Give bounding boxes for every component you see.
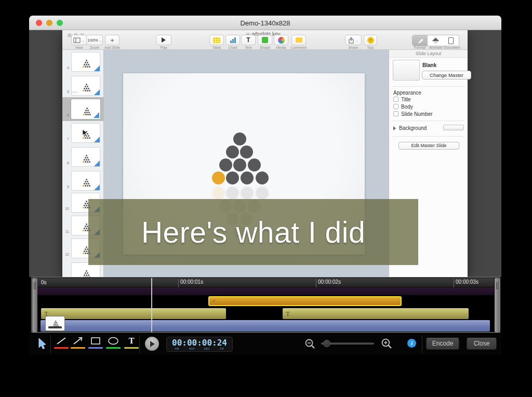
timeline-left-handle[interactable]: [32, 278, 37, 332]
text-clip-1[interactable]: T: [41, 308, 226, 319]
check-icon: ✓: [212, 298, 216, 303]
video-track-row: [37, 320, 494, 332]
disclosure-triangle-icon[interactable]: [393, 126, 396, 130]
divider: [139, 335, 140, 353]
timeline-zoom-knob[interactable]: [323, 340, 330, 347]
ellipse-tool[interactable]: [105, 336, 121, 352]
format-tab[interactable]: [412, 35, 428, 46]
title-checkbox[interactable]: [393, 97, 398, 102]
edit-master-slide-button[interactable]: Edit Master Slide: [398, 142, 459, 150]
slide-number: 11: [62, 230, 69, 233]
chevron-down-icon: ⌄: [99, 38, 102, 42]
body-checkbox[interactable]: [393, 104, 398, 109]
chevron-down-icon: ⌄: [82, 38, 84, 42]
slide-number: 5: [62, 90, 69, 94]
dots-pyramid-mini: [83, 230, 84, 231]
dots-pyramid[interactable]: [212, 171, 225, 184]
background-color-well[interactable]: [443, 125, 464, 130]
share-button[interactable]: ⌄: [345, 35, 362, 45]
timecode-fr-label: FR: [220, 347, 224, 350]
zoom-out-button[interactable]: [304, 338, 316, 350]
text-tool-icon: T: [129, 336, 135, 346]
zoom-level-button[interactable]: 100%⌄: [86, 35, 103, 45]
arrow-tool[interactable]: [70, 336, 86, 352]
caption-bar-mini: [48, 326, 62, 328]
comment-button[interactable]: [291, 35, 306, 45]
line-icon: [56, 336, 67, 346]
dots-pyramid-mini: [83, 185, 84, 187]
app-window: Demo-1340x828 Twhydots.key ⌄ ⌄ View 100%…: [29, 16, 501, 355]
add-slide-label: Add Slide: [101, 46, 124, 49]
grip-lines-icon: [34, 282, 34, 289]
window-titlebar[interactable]: Demo-1340x828: [29, 16, 501, 30]
slide-number: 10: [62, 207, 69, 210]
title-checkbox-label: Title: [401, 97, 411, 102]
slide-number-checkbox[interactable]: [393, 111, 398, 116]
document-tab[interactable]: [443, 35, 459, 46]
slide-number: 6: [62, 113, 69, 117]
play-button[interactable]: [156, 35, 171, 45]
transition-corner-icon: [94, 65, 100, 71]
keynote-toolbar: Twhydots.key ⌄ ⌄ View 100%⌄ Zoom + Add S…: [62, 30, 468, 50]
media-button[interactable]: [274, 35, 288, 45]
paintbrush-icon: [417, 37, 424, 44]
animate-tab[interactable]: [428, 35, 444, 46]
change-master-button[interactable]: Change Master: [422, 71, 471, 80]
timecode-sec-label: SEC: [204, 347, 210, 350]
preview-play-button[interactable]: [145, 337, 159, 351]
video-clip-thumbnail: [45, 316, 65, 331]
timeline-right-handle[interactable]: [495, 278, 500, 332]
slide-thumbnail-8[interactable]: [71, 147, 100, 167]
text-track: T T: [37, 308, 494, 320]
timeline-ruler[interactable]: 0s 00:00:01s 00:00:02s 00:00:03s: [37, 278, 494, 287]
caption-overlay[interactable]: Here's what I did: [88, 199, 418, 265]
view-button[interactable]: ⌄: [71, 35, 87, 45]
timecode-min-label: MIN: [189, 347, 195, 350]
divider: [392, 121, 464, 121]
slide-thumbnail-4[interactable]: [71, 52, 100, 72]
line-tool[interactable]: [54, 336, 69, 352]
close-button[interactable]: Close: [467, 338, 497, 350]
zoom-in-button[interactable]: [381, 338, 393, 350]
playhead[interactable]: [151, 278, 152, 332]
shape-button[interactable]: [258, 35, 272, 45]
arrow-icon: [72, 336, 84, 346]
window-title: Demo-1340x828: [29, 19, 501, 27]
encode-button[interactable]: Encode: [426, 338, 459, 350]
comment-label: Comment: [286, 46, 311, 49]
dots-pyramid-mini: [83, 137, 84, 139]
table-button[interactable]: [209, 35, 224, 45]
inspector-header: Slide Layout: [389, 50, 468, 58]
play-icon: [150, 341, 155, 347]
tips-button[interactable]: ?: [364, 35, 377, 45]
chart-button[interactable]: [225, 35, 240, 45]
text-tool[interactable]: T: [124, 336, 139, 352]
divider: [50, 335, 51, 353]
table-icon: [213, 37, 220, 43]
master-slide-thumbnail[interactable]: [393, 60, 420, 81]
add-slide-button[interactable]: +: [105, 35, 119, 45]
dots-pyramid-reflection: [212, 187, 225, 200]
info-button[interactable]: i: [407, 339, 416, 348]
rectangle-tool[interactable]: [88, 336, 103, 352]
shape-icon: [262, 37, 268, 43]
select-cursor-tool[interactable]: [37, 338, 47, 350]
share-icon: [348, 37, 354, 44]
ruler-tick-3s: 00:00:03s: [454, 279, 478, 287]
audio-track[interactable]: [37, 287, 494, 295]
comment-icon: [296, 37, 302, 43]
video-clip[interactable]: [41, 320, 490, 332]
rectangle-icon: [90, 336, 101, 346]
pointer-cursor-icon: [82, 129, 88, 137]
slide-number: 9: [62, 185, 69, 189]
timecode-minutes: 00: [187, 338, 197, 347]
text-clip-2[interactable]: T: [283, 308, 469, 319]
timeline-panel: 0s 00:00:01s 00:00:02s 00:00:03s ✓ T T: [31, 277, 500, 333]
annotation-clip[interactable]: ✓: [208, 296, 402, 306]
slide-number: 8: [62, 161, 69, 165]
text-button[interactable]: T: [241, 35, 256, 45]
slide-thumbnail-9[interactable]: [71, 171, 100, 191]
ellipse-icon: [107, 336, 119, 346]
transition-corner-icon: [94, 137, 100, 142]
slide-thumbnail-6-selected[interactable]: [71, 99, 100, 119]
